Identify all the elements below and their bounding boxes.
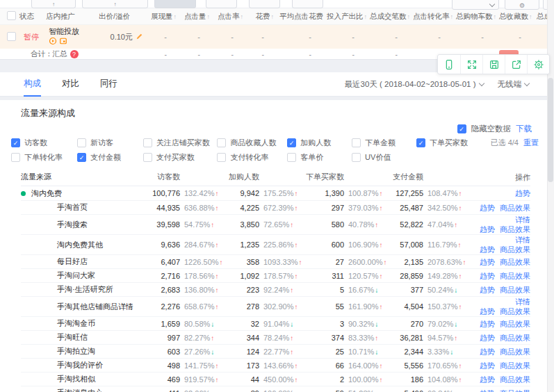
save-icon[interactable]	[482, 55, 505, 74]
filter-option[interactable]: ✓支付金额	[77, 152, 143, 163]
traffic-col-header[interactable]: 访客数	[140, 172, 220, 182]
item-effect-link[interactable]: 商品效果	[500, 245, 530, 254]
campaign-col-header[interactable]: 总成交笔数↑	[367, 12, 410, 22]
traffic-col-header[interactable]: 下单买家数	[298, 172, 384, 182]
channel-select[interactable]: 无线端	[498, 79, 530, 90]
campaign-col-header[interactable]: 店内推广	[43, 12, 96, 22]
filter-checkbox[interactable]: ✓	[11, 138, 20, 147]
sort-asc-icon[interactable]: ↑	[174, 13, 177, 20]
filter-option[interactable]: 客单价	[287, 152, 352, 163]
source-name[interactable]: 手淘首页	[21, 202, 140, 213]
toolbar-button-3[interactable]	[154, 0, 196, 8]
trend-link[interactable]: 趋势	[480, 375, 495, 384]
hide-empty-label[interactable]: 隐藏空数据	[471, 124, 512, 134]
source-name[interactable]: 淘内免费其他	[21, 240, 140, 250]
trend-link[interactable]: 趋势	[480, 225, 495, 234]
filter-checkbox[interactable]	[11, 153, 20, 162]
campaign-col-header[interactable]: 花费↑	[246, 12, 277, 22]
trend-link[interactable]: 趋势	[480, 389, 495, 392]
trend-link[interactable]: 趋势	[480, 272, 495, 280]
source-name[interactable]: 手淘其他店铺商品详情	[21, 302, 140, 312]
download-link[interactable]: 下载	[516, 124, 532, 134]
filter-select[interactable]	[452, 0, 499, 10]
filter-checkbox[interactable]	[217, 153, 226, 162]
filter-checkbox[interactable]	[143, 153, 152, 162]
item-effect-link[interactable]: 商品效果	[500, 389, 530, 392]
trend-link[interactable]: 趋势	[480, 361, 495, 370]
source-name[interactable]: 手淘·生活研究所	[21, 284, 140, 295]
item-effect-link[interactable]: 商品效果	[500, 361, 530, 370]
trend-link[interactable]: 趋势	[480, 307, 495, 316]
filter-checkbox[interactable]: ✓	[416, 138, 425, 147]
source-name[interactable]: 手淘搜索	[21, 220, 140, 230]
detail-link[interactable]: 详情	[515, 215, 530, 224]
sort-asc-icon[interactable]: ↑	[271, 13, 275, 20]
source-name[interactable]: 手淘旺信	[21, 332, 140, 343]
trend-link[interactable]: 趋势	[480, 258, 495, 266]
trend-link[interactable]: 趋势	[480, 348, 495, 356]
filter-checkbox[interactable]	[287, 153, 296, 162]
tab-构成[interactable]: 构成	[24, 72, 41, 97]
trend-link[interactable]: 趋势	[480, 204, 495, 212]
tab-对比[interactable]: 对比	[62, 72, 79, 97]
item-effect-link[interactable]: 商品效果	[500, 375, 530, 384]
toolbar-button-5[interactable]	[249, 0, 280, 8]
tab-同行[interactable]: 同行	[100, 72, 117, 97]
campaign-col-header[interactable]: 出价/溢价	[96, 12, 146, 22]
source-name[interactable]: 手淘淘金币	[21, 318, 140, 329]
campaign-col-header[interactable]: 点击率↑	[213, 12, 246, 22]
source-name[interactable]: 手淘找相似	[21, 374, 140, 384]
hide-empty-checkbox[interactable]: ✓	[457, 124, 466, 133]
sort-asc-icon[interactable]: ↑	[241, 13, 244, 20]
source-name[interactable]: 手淘消息中心	[21, 388, 140, 392]
source-name[interactable]: 手淘我的评价	[21, 360, 140, 370]
detail-link[interactable]: 详情	[515, 236, 530, 244]
filter-checkbox[interactable]: ✓	[77, 153, 86, 162]
toolbar-button-6[interactable]	[292, 0, 323, 8]
filter-checkbox[interactable]	[352, 153, 361, 162]
filter-checkbox[interactable]	[352, 138, 361, 147]
select-all-checkbox[interactable]	[7, 11, 16, 20]
filter-checkbox[interactable]: ✓	[287, 138, 296, 147]
help-icon[interactable]: ?	[70, 50, 79, 58]
trend-link[interactable]: 趋势	[480, 320, 495, 328]
traffic-col-header[interactable]: 加购人数	[220, 172, 298, 182]
share-icon[interactable]	[505, 55, 527, 74]
campaign-col-header[interactable]: 总收藏数↑	[496, 12, 534, 22]
more-data-button[interactable]: ⚙	[505, 0, 539, 10]
sort-asc-icon[interactable]: ↑	[207, 13, 211, 20]
filter-option[interactable]: 支付买家数	[143, 152, 218, 163]
filter-option[interactable]: UV价值	[352, 152, 416, 163]
filter-option[interactable]: ✓加购人数	[287, 138, 352, 148]
filter-option[interactable]: 下单金额	[352, 138, 416, 148]
campaign-col-header[interactable]: 状态	[17, 12, 43, 22]
source-name[interactable]: 手淘问大家	[21, 270, 140, 281]
trend-link[interactable]: 趋势	[515, 189, 530, 197]
mobile-preview-icon[interactable]	[438, 55, 460, 74]
date-range-select[interactable]: 最近30天 ( 2018-04-02~2018-05-01 )	[345, 79, 484, 90]
row-checkbox[interactable]	[7, 32, 16, 41]
edit-pencil-icon[interactable]	[136, 33, 143, 42]
filter-option[interactable]: 支付转化率	[217, 152, 287, 163]
campaign-col-header[interactable]: 点击量↑	[179, 12, 213, 22]
filter-option[interactable]: 关注店铺买家数	[143, 138, 218, 148]
creative-badge-icon[interactable]	[59, 37, 67, 47]
trend-link[interactable]: 趋势	[480, 334, 495, 342]
scrollbar-thumb[interactable]	[548, 78, 553, 182]
item-effect-link[interactable]: 商品效果	[500, 225, 530, 234]
item-effect-link[interactable]: 商品效果	[500, 204, 530, 212]
toolbar-button-4[interactable]	[206, 0, 237, 8]
campaign-col-header[interactable]: 点击转化率↑	[410, 12, 453, 22]
fullscreen-icon[interactable]	[460, 55, 482, 74]
filter-option[interactable]: 商品收藏人数	[217, 138, 287, 148]
item-effect-link[interactable]: 商品效果	[500, 348, 530, 356]
item-effect-link[interactable]: 商品效果	[500, 272, 530, 280]
campaign-name[interactable]: 智能投放	[49, 27, 93, 36]
trend-link[interactable]: 趋势	[480, 286, 495, 294]
campaign-col-header[interactable]: 总购物车数↑	[453, 12, 496, 22]
campaign-col-header[interactable]: 平均点击花费↑	[277, 12, 324, 22]
traffic-col-header[interactable]: 支付金额	[384, 172, 464, 182]
item-effect-link[interactable]: 商品效果	[500, 258, 530, 266]
campaign-col-header[interactable]: 展现量↑	[146, 12, 179, 22]
source-name[interactable]: 淘内免费	[21, 188, 140, 199]
